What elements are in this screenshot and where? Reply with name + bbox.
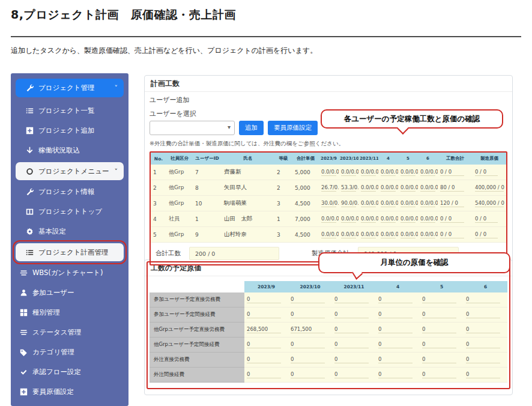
sidebar-item-label: プロジェクトメニュー [38, 167, 109, 176]
table-cell: 2 [274, 180, 292, 196]
table-cell: No. [151, 153, 166, 165]
table-cell: 400,000 / 0 [473, 180, 506, 196]
sliders-icon [19, 329, 28, 337]
sidebar-item[interactable]: プロジェクトトップ ˅ [11, 202, 128, 222]
table-cell: 1 [193, 211, 222, 227]
table-cell: 0 [332, 308, 376, 323]
table-cell: 0 [332, 338, 376, 353]
table-cell: 80 / 0 [438, 180, 473, 196]
table-cell: 0.0/0.0 [358, 196, 378, 211]
chevron-down-icon: ˅ [115, 168, 118, 175]
sidebar-item[interactable]: プロジェクト一覧 ˅ [11, 101, 128, 121]
plus-square-icon [19, 388, 28, 396]
table-cell: 0 [288, 353, 332, 368]
sidebar-item[interactable]: 基本設定 ˅ [11, 222, 128, 241]
sidebar-item[interactable]: プロジェクト追加 ˅ [11, 121, 128, 141]
total-hours-field[interactable]: 200 / 0 [189, 247, 279, 260]
sliders-icon [19, 269, 28, 277]
sidebar-item-label: プロジェクトトップ [38, 207, 102, 216]
table-cell: 2023/9 [319, 153, 339, 165]
table-row: 1他Grp7齊藤新25,0000.0/0.00.0/0.00.0/0.00.0/… [151, 165, 506, 180]
row-label: 参加ユーザー予定直接労務費 [150, 292, 244, 308]
sidebar-item-label: WBS(ガントチャート) [32, 268, 103, 277]
table-cell: 0.0/0.0 [339, 227, 358, 243]
table-cell: 齊藤新 [222, 165, 274, 180]
sidebar-item[interactable]: プロジェクト計画管理 ˅ [16, 243, 124, 261]
table-cell: 製造原価 [473, 153, 506, 165]
table-cell: 0 [288, 338, 332, 353]
plan-callout: 各ユーザーの予定稼働工数と原価の確認 [321, 109, 503, 129]
table-row: 5他Grp9山村玲奈34,5000.0/0.00.0/0.00.0/0.00.0… [151, 227, 506, 243]
table-cell: 2023/10 [339, 153, 358, 165]
arrow-down-icon [25, 147, 34, 155]
table-cell: 30.0/0.0 [319, 196, 339, 211]
row-label: 外注直接労務費 [150, 353, 244, 368]
table-cell: 2023/11 [358, 153, 378, 165]
sidebar-item[interactable]: プロジェクト管理 ˅ [16, 79, 124, 97]
table-cell: 0 [420, 353, 464, 368]
table-cell: 0 [420, 292, 464, 308]
table-cell: 0 / 0 [438, 211, 473, 227]
table-cell: 0.0/0.0 [418, 211, 438, 227]
monthly-cost-table: 2023/92023/102023/11456 参加ユーザー予定直接労務費 00… [150, 281, 507, 383]
table-cell: 0 [464, 368, 507, 383]
table-cell: 0 [288, 292, 332, 308]
table-cell: 3 [274, 227, 292, 243]
sidebar-item-label: ステータス管理 [32, 328, 82, 337]
table-cell: 0 [376, 338, 420, 353]
table-cell: 0 [332, 368, 376, 383]
table-cell: 氏名 [222, 153, 274, 165]
sidebar-item[interactable]: 要員原価設定 ˅ [11, 382, 128, 402]
table-cell: 0 / 0 [473, 211, 506, 227]
table-cell: 0 [332, 323, 376, 338]
sidebar-item[interactable]: 承認フロー設定 ˅ [11, 362, 128, 382]
table-cell: 駒場萌菜 [222, 196, 274, 211]
sidebar-item-label: 基本設定 [38, 227, 66, 236]
table-cell: 5,000 [292, 180, 319, 196]
table-cell: 他Grp [166, 196, 193, 211]
table-cell: 0 [464, 292, 507, 308]
table-cell: 2023/11 [332, 281, 376, 292]
table-row: 参加ユーザー予定間接経費 000000 [150, 308, 507, 323]
sidebar-item[interactable]: プロジェクト情報 ˅ [11, 182, 128, 202]
table-cell: 0.0/0.0 [398, 196, 418, 211]
table-cell: 工数合計 [438, 153, 473, 165]
table-cell: 0.0/0.0 [358, 180, 378, 196]
sidebar-item[interactable]: 参加ユーザー ˅ [11, 283, 128, 303]
table-cell: 9 [193, 227, 222, 243]
table-cell: 0.0/0.0 [398, 165, 418, 180]
sidebar-item[interactable]: WBS(ガントチャート) ˅ [11, 263, 128, 283]
check-icon [19, 368, 28, 377]
staff-cost-setting-button[interactable]: 要員原価設定 [268, 121, 318, 135]
sidebar-item[interactable]: カテゴリ管理 ˅ [11, 342, 128, 362]
table-cell: 0.0/0.0 [378, 196, 398, 211]
table-cell: 0 [464, 338, 507, 353]
table-cell: 2023/10 [288, 281, 332, 292]
sidebar-item[interactable]: プロジェクトメニュー ˅ [16, 162, 124, 180]
table-cell: 等級 [274, 153, 292, 165]
wrench-icon [25, 188, 34, 196]
sidebar-item-label: プロジェクト管理 [38, 83, 95, 92]
sidebar-item-label: 承認フロー設定 [32, 368, 81, 377]
table-header-row: No.社員区分ユーザーID氏名等級合計単価2023/92023/102023/1… [151, 153, 506, 165]
table-cell: 5 [398, 153, 418, 165]
sidebar-item[interactable]: ステータス管理 ˅ [11, 323, 128, 342]
table-cell: 0 / 0 [438, 227, 473, 243]
sidebar-item-label: 要員原価設定 [32, 387, 74, 396]
user-select[interactable]: ▾ [150, 121, 235, 135]
table-cell: ユーザーID [193, 153, 222, 165]
sidebar-item[interactable]: 種別管理 ˅ [11, 303, 128, 323]
table-cell: 0.0/0.0 [339, 165, 358, 180]
table-cell: 0 [288, 368, 332, 383]
table-cell: 矢田早人 [222, 180, 274, 196]
table-cell: 他Grp [166, 227, 193, 243]
add-user-button[interactable]: 追加 [239, 121, 264, 135]
table-cell: 0 / 0 [438, 165, 473, 180]
table-cell: 90.0/0.0 [339, 196, 358, 211]
table-cell: 山田 太郎 [222, 211, 274, 227]
outsourcing-note: ※外注費の合計単価・製造原価に関しては、外注費の欄をご参照ください。 [150, 140, 507, 148]
sidebar-item[interactable]: 稼働状況取込 ˅ [11, 141, 128, 160]
plan-table-annotation-box: No.社員区分ユーザーID氏名等級合計単価2023/92023/102023/1… [150, 151, 507, 265]
table-cell: 0.0/0.0 [378, 180, 398, 196]
table-row: 2他Grp8矢田早人25,00026.7/0.053.3/0.00.0/0.00… [151, 180, 506, 196]
